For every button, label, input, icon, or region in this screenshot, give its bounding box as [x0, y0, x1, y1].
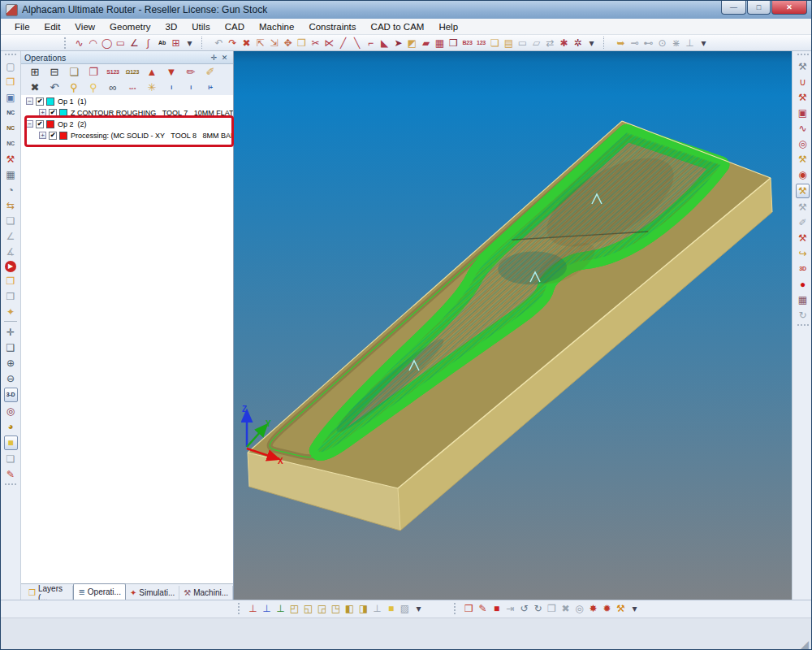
tool-sheet-icon[interactable]: ▦ — [797, 293, 809, 306]
new-file-icon[interactable]: ▢ — [5, 60, 17, 73]
measure-icon[interactable]: ∠ — [5, 230, 17, 243]
3d-machining-icon[interactable]: 3D — [797, 262, 809, 275]
zoom-in-icon[interactable]: ⊕ — [5, 357, 17, 370]
box-icon[interactable]: ❒ — [447, 37, 460, 50]
delete-op-icon[interactable]: ❐ — [84, 65, 102, 79]
tool-red-icon[interactable]: ⚒ — [5, 153, 17, 166]
tree-row[interactable]: + ✔ Z CONTOUR ROUGHING TOOL 7 10MM FLAT — [21, 107, 233, 118]
nc-batch-icon[interactable]: NC — [5, 137, 17, 150]
viewport-3d[interactable]: Z Y X — [234, 51, 792, 600]
chain-icon[interactable]: ❏ — [489, 37, 501, 50]
view-side-icon[interactable]: ◲ — [316, 602, 328, 615]
plane-gray-icon[interactable]: ▱ — [530, 37, 542, 50]
to-box-icon[interactable]: ⇥ — [504, 602, 516, 615]
add-tool-icon[interactable]: ⚒ — [797, 60, 809, 73]
mirror-gray-icon[interactable]: ⇄ — [544, 37, 556, 50]
unlock-icon[interactable]: ⚲ — [84, 80, 102, 94]
view-left-icon[interactable]: ◨ — [357, 602, 369, 615]
view-back-icon[interactable]: ◧ — [343, 602, 356, 615]
tree-row[interactable]: + ✔ Processing: (MC SOLID - XY TOOL 8 8M… — [21, 130, 233, 141]
sketch-icon[interactable]: ∿ — [73, 37, 85, 50]
close-button[interactable]: ✕ — [771, 1, 807, 15]
move-up-icon[interactable]: ▲ — [143, 65, 161, 79]
delete-icon[interactable]: ✖ — [26, 80, 44, 94]
fillet-icon[interactable]: ⌐ — [365, 37, 377, 50]
dropdown-caret[interactable]: ▾ — [585, 37, 598, 50]
nc-output-icon[interactable]: NC — [5, 106, 17, 119]
menu-item[interactable]: Edit — [37, 20, 68, 33]
nc-edit-icon[interactable]: NC — [5, 122, 17, 135]
gold-tool-icon[interactable]: ⚒ — [797, 153, 809, 166]
hook-tool-icon[interactable]: ↪ — [797, 247, 809, 260]
open-file-icon[interactable]: ❐ — [5, 76, 17, 89]
sphere-tool-icon[interactable]: ◉ — [797, 168, 809, 181]
dim-angle-icon[interactable]: ⋇ — [670, 37, 682, 50]
contour-pair-icon[interactable]: ◎ — [797, 137, 809, 150]
gray-edit-icon[interactable]: ✐ — [797, 216, 809, 229]
menu-item[interactable]: Utils — [184, 20, 217, 33]
copy-solid-icon[interactable]: ❐ — [546, 602, 558, 615]
panel-close-icon[interactable]: ✕ — [219, 54, 230, 62]
rotate-view-icon[interactable]: ◎ — [5, 405, 17, 418]
measure-angle-icon[interactable]: ∡ — [5, 245, 17, 258]
shade-icon[interactable]: ◕ — [5, 420, 17, 433]
boxed-tool-icon[interactable]: ▣ — [797, 106, 809, 119]
renumber-ops-icon[interactable]: S123 — [104, 65, 122, 79]
print-preview-icon[interactable]: ◔ — [5, 184, 17, 197]
cplane-z-icon[interactable]: ⊥ — [274, 602, 287, 615]
checkbox[interactable]: ✔ — [36, 98, 44, 106]
angle-line-icon[interactable]: ∠ — [128, 37, 140, 50]
tree-row[interactable]: − ✔ Op 2 (2) — [21, 119, 233, 129]
explode-icon[interactable]: ✱ — [558, 37, 570, 50]
skew-plane-icon[interactable]: ▨ — [399, 602, 411, 615]
tab-layers[interactable]: ❐ Layers (... — [24, 586, 73, 600]
record-icon[interactable]: ● — [797, 278, 809, 291]
expander-icon[interactable]: + — [39, 132, 46, 139]
tab-simulation[interactable]: ✦ Simulati... — [126, 586, 179, 600]
info-add-icon[interactable]: i+ — [201, 80, 219, 94]
solid-box-icon[interactable]: ❒ — [463, 602, 475, 615]
move-icon[interactable]: ✥ — [282, 37, 294, 50]
collapse-all-icon[interactable]: ⊟ — [45, 65, 63, 79]
dropdown-caret[interactable]: ▾ — [698, 37, 710, 50]
expander-icon[interactable]: + — [39, 109, 46, 116]
dim-horizontal-icon[interactable]: ⊸ — [628, 37, 641, 50]
transfer-icon[interactable]: ⇆ — [5, 199, 17, 212]
menu-item[interactable]: Geometry — [102, 20, 158, 33]
lock-icon[interactable]: ⚲ — [65, 80, 83, 94]
arc-icon[interactable]: ◠ — [87, 37, 99, 50]
contour-icon[interactable]: ▰ — [420, 37, 432, 50]
move-down-icon[interactable]: ▼ — [162, 65, 180, 79]
scatter-icon[interactable]: ✳ — [143, 80, 161, 94]
renumber-icon[interactable]: ₁₂₃ — [123, 80, 141, 94]
extend-icon[interactable]: ╱ — [337, 37, 349, 50]
view-options-icon[interactable]: ❏ — [5, 453, 17, 466]
edit-op-icon[interactable]: ❏ — [65, 65, 83, 79]
rough-icon[interactable]: ⚒ — [797, 91, 809, 104]
pin-icon[interactable]: ✛ — [209, 54, 219, 62]
multi-edit-icon[interactable]: ✐ — [201, 65, 219, 79]
simulate-icon[interactable]: ✸ — [587, 602, 599, 615]
join-icon[interactable]: ✲ — [572, 37, 584, 50]
copy-page-icon[interactable]: ❒ — [5, 290, 17, 303]
cplane-y-icon[interactable]: ⊥ — [261, 602, 273, 615]
b23-icon[interactable]: B23 — [461, 37, 473, 50]
resequence-icon[interactable]: Ω123 — [123, 65, 141, 79]
trim-icon[interactable]: ✂ — [309, 37, 322, 50]
play-icon[interactable]: ▶ — [5, 261, 16, 272]
dropdown-caret[interactable]: ▾ — [412, 602, 425, 615]
renumber-icon[interactable]: 123 — [475, 37, 487, 50]
hatch-icon[interactable]: ◩ — [406, 37, 418, 50]
view-iso-icon[interactable]: ◰ — [288, 602, 300, 615]
edit-icon[interactable]: ✏ — [182, 65, 200, 79]
chamfer-icon[interactable]: ◣ — [378, 37, 391, 50]
pick-arrow-icon[interactable]: ➥ — [615, 37, 627, 50]
print-icon[interactable]: ▦ — [5, 168, 17, 181]
undo-icon[interactable]: ↶ — [45, 80, 63, 94]
copy-layer-icon[interactable]: ❏ — [5, 214, 17, 228]
orange-tool-icon[interactable]: ⚒ — [615, 602, 627, 615]
tab-machining[interactable]: ⚒ Machini... — [179, 586, 233, 600]
move-point-icon[interactable]: ⇱ — [254, 37, 266, 50]
pick-icon[interactable]: ➤ — [392, 37, 404, 50]
expander-icon[interactable]: − — [26, 120, 33, 128]
